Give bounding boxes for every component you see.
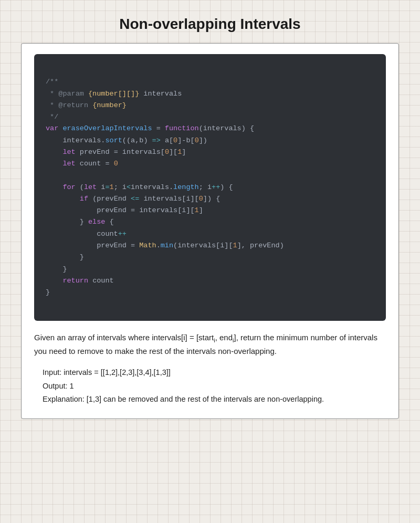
code-block: /** * @param {number[][]} intervals * @r…	[34, 54, 386, 321]
explanation-line: Explanation: [1,3] can be removed and th…	[43, 393, 386, 406]
output-label: Output:	[43, 382, 68, 390]
output-line: Output: 1	[43, 380, 386, 393]
input-value: intervals = [[1,2],[2,3],[3,4],[1,3]]	[64, 368, 171, 376]
input-line: Input: intervals = [[1,2],[2,3],[3,4],[1…	[43, 366, 386, 379]
description-text: Given an array of intervals where interv…	[34, 331, 386, 358]
page-title: Non-overlapping Intervals	[119, 16, 300, 33]
explanation-label: Explanation:	[43, 395, 85, 403]
input-label: Input:	[43, 368, 61, 376]
output-value: 1	[70, 382, 74, 390]
example-block: Input: intervals = [[1,2],[2,3],[3,4],[1…	[34, 366, 386, 406]
explanation-value: [1,3] can be removed and the rest of the…	[87, 395, 324, 403]
main-card: /** * @param {number[][]} intervals * @r…	[21, 43, 399, 419]
